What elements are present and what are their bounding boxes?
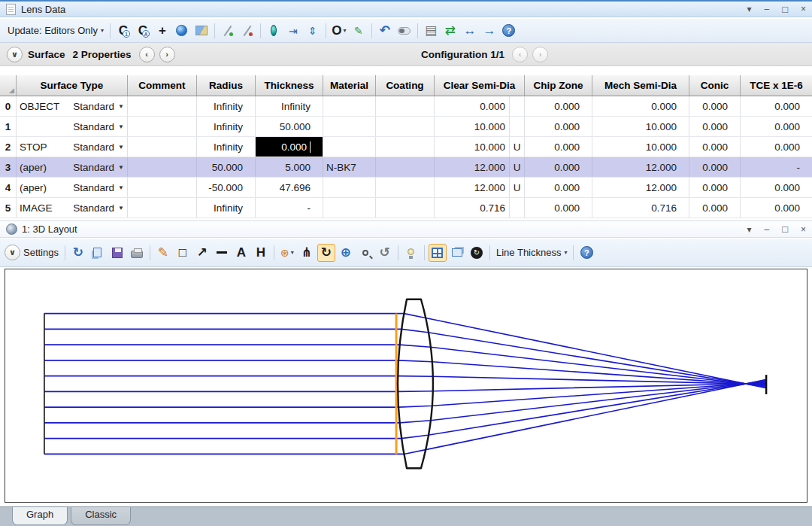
thickness-cell[interactable]: 47.696 bbox=[256, 178, 323, 197]
minimize-icon[interactable]: – bbox=[764, 5, 769, 14]
next-surface-button[interactable]: › bbox=[159, 47, 175, 62]
isometric-icon[interactable]: ⋔ bbox=[298, 244, 316, 262]
settings-expand-icon[interactable]: ∨ bbox=[5, 245, 20, 260]
col-radius[interactable]: Radius bbox=[197, 75, 256, 96]
row-number[interactable]: 3 bbox=[0, 157, 17, 177]
rotate-mode-icon[interactable]: ↻ bbox=[317, 244, 335, 262]
thickness-cell[interactable]: 50.000 bbox=[256, 117, 323, 136]
lamp-icon[interactable] bbox=[402, 244, 420, 262]
minimize-icon[interactable]: – bbox=[764, 225, 769, 234]
prev-config-button[interactable]: ‹ bbox=[512, 47, 528, 62]
insert-element-icon[interactable] bbox=[265, 22, 283, 40]
text-tool-icon[interactable]: A bbox=[232, 244, 250, 262]
zoom-mode-icon[interactable] bbox=[356, 244, 374, 262]
mech-semi-dia-cell[interactable]: 0.716 bbox=[592, 198, 689, 217]
mech-semi-dia-cell[interactable]: 10.000 bbox=[592, 117, 689, 136]
tce-cell[interactable]: - bbox=[741, 157, 812, 177]
tce-cell[interactable]: 0.000 bbox=[741, 198, 812, 217]
tab-classic[interactable]: Classic bbox=[71, 507, 131, 525]
col-tce[interactable]: TCE x 1E-6 bbox=[741, 75, 812, 96]
flip-element-icon[interactable]: ⇕ bbox=[304, 22, 322, 40]
col-conic[interactable]: Conic bbox=[689, 75, 741, 96]
material-cell[interactable] bbox=[323, 117, 376, 136]
surface-type-cell[interactable]: IMAGE Standard▼ bbox=[17, 198, 128, 217]
coating-cell[interactable] bbox=[376, 157, 435, 177]
mech-semi-dia-cell[interactable]: 10.000 bbox=[592, 137, 689, 157]
material-cell[interactable]: N-BK7 bbox=[323, 157, 376, 177]
fit-width-icon[interactable]: ↔ bbox=[461, 22, 479, 40]
coating-cell[interactable] bbox=[376, 96, 435, 116]
flip-h-icon[interactable]: H bbox=[252, 244, 270, 262]
go-forward-icon[interactable]: → bbox=[480, 22, 498, 40]
coating-cell[interactable] bbox=[376, 178, 435, 197]
col-comment[interactable]: Comment bbox=[128, 75, 197, 96]
comment-cell[interactable] bbox=[128, 157, 197, 177]
clear-semi-dia-cell[interactable]: 10.000U bbox=[435, 137, 525, 157]
rectangle-tool-icon[interactable]: □ bbox=[174, 244, 192, 262]
thickness-cell-editing[interactable]: 0.000 bbox=[256, 137, 323, 157]
col-surface-type[interactable]: Surface Type bbox=[17, 75, 128, 96]
clear-semi-dia-cell[interactable]: 0.716 bbox=[435, 198, 525, 217]
chip-zone-cell[interactable]: 0.000 bbox=[525, 198, 592, 217]
undo-icon[interactable]: ↶ bbox=[376, 22, 394, 40]
mech-semi-dia-cell[interactable]: 12.000 bbox=[592, 178, 689, 197]
swap-editors-icon[interactable]: ⇄ bbox=[441, 22, 459, 40]
radius-cell[interactable]: Infinity bbox=[197, 198, 256, 217]
pencil-icon[interactable]: ✎ bbox=[154, 244, 172, 262]
line-tool-icon[interactable] bbox=[213, 244, 231, 262]
conic-cell[interactable]: 0.000 bbox=[689, 117, 741, 136]
copy-icon[interactable] bbox=[89, 244, 107, 262]
row-number[interactable]: 2 bbox=[0, 137, 17, 157]
material-cell[interactable] bbox=[323, 178, 376, 197]
chip-zone-cell[interactable]: 0.000 bbox=[525, 96, 592, 116]
conic-cell[interactable]: 0.000 bbox=[689, 178, 741, 197]
type-dropdown-icon[interactable]: ▼ bbox=[118, 184, 124, 191]
chip-zone-cell[interactable]: 0.000 bbox=[525, 137, 592, 157]
globe-icon[interactable] bbox=[173, 22, 191, 40]
row-number[interactable]: 1 bbox=[0, 117, 17, 136]
conic-cell[interactable]: 0.000 bbox=[689, 137, 741, 157]
pan-mode-icon[interactable]: ⊕ bbox=[337, 244, 355, 262]
tce-cell[interactable]: 0.000 bbox=[741, 117, 812, 136]
comment-cell[interactable] bbox=[128, 198, 197, 217]
tce-cell[interactable]: 0.000 bbox=[741, 137, 812, 157]
col-chip-zone[interactable]: Chip Zone bbox=[525, 75, 592, 96]
surface-type-cell[interactable]: Standard▼ bbox=[17, 117, 128, 136]
refresh-icon[interactable]: ↻ bbox=[69, 244, 87, 262]
thickness-cell[interactable]: - bbox=[256, 198, 323, 217]
clear-semi-dia-cell[interactable]: 0.000 bbox=[435, 96, 525, 116]
update-auto-icon[interactable]: CA bbox=[134, 22, 152, 40]
next-config-button[interactable]: › bbox=[532, 47, 548, 62]
type-dropdown-icon[interactable]: ▼ bbox=[118, 164, 124, 171]
surface-type-cell[interactable]: STOP Standard▼ bbox=[17, 137, 128, 157]
comment-cell[interactable] bbox=[128, 178, 197, 197]
comment-cell[interactable] bbox=[128, 117, 197, 136]
type-dropdown-icon[interactable]: ▼ bbox=[118, 123, 124, 130]
row-number[interactable]: 5 bbox=[0, 198, 17, 217]
surface-type-cell[interactable]: (aper) Standard▼ bbox=[17, 178, 128, 197]
row-number[interactable]: 4 bbox=[0, 178, 17, 197]
surface-type-cell[interactable]: (aper) Standard▼ bbox=[17, 157, 128, 177]
type-dropdown-icon[interactable]: ▼ bbox=[118, 103, 124, 110]
conic-cell[interactable]: 0.000 bbox=[689, 198, 741, 217]
radius-cell[interactable]: -50.000 bbox=[197, 178, 256, 197]
help-icon[interactable]: ? bbox=[500, 22, 518, 40]
prev-surface-button[interactable]: ‹ bbox=[139, 47, 155, 62]
new-window-icon[interactable] bbox=[448, 244, 466, 262]
arrow-tool-icon[interactable]: ↗ bbox=[193, 244, 211, 262]
col-coating[interactable]: Coating bbox=[376, 75, 435, 96]
chip-zone-cell[interactable]: 0.000 bbox=[525, 117, 592, 136]
update-mode-dropdown[interactable]: Update: Editors Only▾ bbox=[5, 25, 107, 36]
col-material[interactable]: Material bbox=[323, 75, 376, 96]
material-cell[interactable] bbox=[323, 96, 376, 116]
col-clear-semi-dia[interactable]: Clear Semi-Dia bbox=[435, 75, 525, 96]
delete-surface-icon[interactable] bbox=[238, 22, 256, 40]
update-once-icon[interactable]: C1 bbox=[114, 22, 132, 40]
radius-cell[interactable]: 50.000 bbox=[197, 157, 256, 177]
layout-canvas[interactable] bbox=[5, 269, 807, 503]
window-menu-icon[interactable]: ▾ bbox=[747, 225, 751, 234]
draw-brush-icon[interactable]: ✎ bbox=[350, 22, 368, 40]
window-menu-icon[interactable]: ▾ bbox=[747, 5, 751, 14]
save-icon[interactable] bbox=[108, 244, 126, 262]
chip-zone-cell[interactable]: 0.000 bbox=[525, 178, 592, 197]
